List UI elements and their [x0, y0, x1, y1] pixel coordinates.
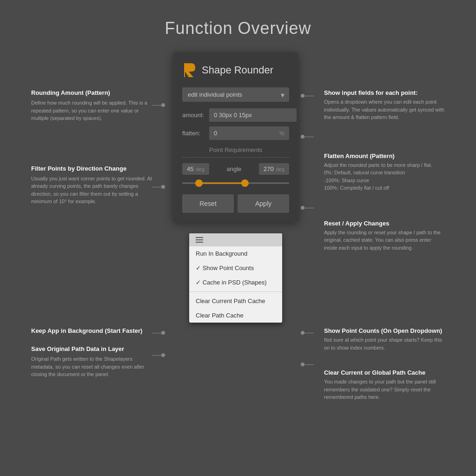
left-annotations: Rounding Amount (Pattern) Define how muc… [31, 52, 152, 323]
annotation-reset-apply-text: Apply the rounding or reset your shape /… [324, 229, 445, 252]
point-req-label: Point Requirements [182, 146, 289, 153]
annotation-save-path: Save Original Path Data in Layer Origina… [31, 345, 152, 378]
angle-left-box[interactable]: 45 deg [182, 163, 209, 175]
angle-section: 45 deg angle 270 deg [182, 163, 289, 188]
angle-label: angle [226, 165, 241, 172]
annotation-filter: Filter Points by Direction Change Usuall… [31, 165, 152, 205]
annotation-rounding: Rounding Amount (Pattern) Define how muc… [31, 89, 152, 122]
flatten-row: flatten: 0 % [182, 126, 289, 140]
main-panel: Shape Rounder edit individual pointsedit… [173, 52, 298, 222]
annotation-show-counts-title: Show Point Counts (On Open Dropdown) [324, 327, 445, 334]
connector-dot-rounding [161, 103, 165, 107]
menu-item-clear-current[interactable]: Clear Current Path Cache [189, 294, 282, 308]
annotation-show-input-title: Show input fields for each point: [324, 89, 445, 96]
annotation-flatten-text: Adjust the rounded parts to be more shar… [324, 161, 445, 192]
annotation-rounding-text: Define how much rounding will be applied… [31, 99, 152, 122]
slider-thumb-right[interactable] [241, 179, 249, 187]
logo-icon [182, 61, 197, 79]
connector-dot-keep-app [161, 331, 165, 335]
hamburger-icon [196, 237, 203, 243]
menu-item-clear-all[interactable]: Clear Path Cache [189, 308, 282, 323]
amount-label: amount: [182, 112, 209, 119]
bottom-left-annotations: Keep App in Background (Start Faster) Sa… [31, 327, 152, 415]
angle-slider[interactable] [182, 178, 289, 188]
annotation-keep-app-title: Keep App in Background (Start Faster) [31, 327, 152, 334]
annotation-reset-apply: Reset / Apply Changes Apply the rounding… [324, 220, 445, 252]
flatten-value: 0 [214, 130, 217, 137]
slider-fill [197, 183, 242, 184]
slider-thumb-left[interactable] [195, 179, 203, 187]
panel-title: Shape Rounder [202, 64, 273, 76]
angle-right-value: 270 [264, 165, 274, 172]
annotation-show-input-text: Opens a dropdown where you can edit each… [324, 98, 445, 121]
connector-dot-flatten [301, 135, 304, 139]
connector-dot-show-fields [301, 94, 304, 98]
context-menu: Run In Background Show Point Counts Cach… [189, 233, 282, 323]
connector-dot-reset-apply [301, 206, 304, 210]
amount-row: amount: [182, 108, 289, 122]
annotation-save-path-text: Original Path gets written to the Shapel… [31, 355, 152, 378]
annotation-save-path-title: Save Original Path Data in Layer [31, 345, 152, 352]
menu-item-cache-psd[interactable]: Cache in PSD (Shapes) [189, 275, 282, 290]
connector-dot-save-path [161, 353, 165, 357]
annotation-keep-app: Keep App in Background (Start Faster) [31, 327, 152, 334]
center-column: Shape Rounder edit individual pointsedit… [171, 52, 301, 323]
connector-dot-filter [161, 185, 165, 189]
annotation-show-input: Show input fields for each point: Opens … [324, 89, 445, 121]
bottom-center-spacer [171, 327, 301, 415]
angle-left-unit: deg [196, 166, 204, 172]
mode-dropdown-wrapper[interactable]: edit individual pointsedit all pointssel… [182, 87, 289, 102]
annotation-flatten-title: Flatten Amount (Pattern) [324, 152, 445, 159]
annotation-show-counts: Show Point Counts (On Open Dropdown) Not… [324, 327, 445, 351]
apply-button[interactable]: Apply [238, 194, 289, 213]
page-title: Function Overview [0, 0, 476, 52]
annotation-clear-cache-title: Clear Current or Global Path Cache [324, 369, 445, 376]
angle-right-unit: deg [276, 166, 284, 172]
right-annotations: Show input fields for each point: Opens … [319, 52, 445, 323]
menu-divider [189, 291, 282, 292]
menu-item-run-background[interactable]: Run In Background [189, 246, 282, 261]
menu-header [189, 233, 282, 246]
annotation-clear-cache: Clear Current or Global Path Cache You m… [324, 369, 445, 401]
angle-row: 45 deg angle 270 deg [182, 163, 289, 175]
angle-right-box[interactable]: 270 deg [259, 163, 289, 175]
divider [182, 157, 289, 158]
annotation-rounding-title: Rounding Amount (Pattern) [31, 89, 152, 96]
flatten-unit: % [279, 130, 284, 137]
annotation-clear-cache-text: You made changes to your path but the pa… [324, 378, 445, 401]
connector-dot-show-counts [301, 331, 304, 335]
flatten-label: flatten: [182, 130, 209, 137]
menu-item-show-counts[interactable]: Show Point Counts [189, 261, 282, 275]
annotation-filter-text: Usually you just want corner points to g… [31, 175, 152, 205]
annotation-reset-apply-title: Reset / Apply Changes [324, 220, 445, 227]
flatten-input-container[interactable]: 0 % [209, 126, 289, 140]
amount-input[interactable] [209, 108, 297, 122]
connector-dot-clear-cache [301, 363, 304, 366]
button-row: Reset Apply [182, 194, 289, 213]
panel-header: Shape Rounder [182, 61, 289, 79]
mode-dropdown[interactable]: edit individual pointsedit all pointssel… [182, 87, 289, 102]
annotation-show-counts-text: Not sure at which point your shape start… [324, 336, 445, 351]
annotation-filter-title: Filter Points by Direction Change [31, 165, 152, 172]
hamburger-line-1 [196, 237, 203, 238]
angle-left-value: 45 [187, 165, 193, 172]
hamburger-line-2 [196, 239, 203, 240]
reset-button[interactable]: Reset [182, 194, 234, 213]
bottom-right-annotations: Show Point Counts (On Open Dropdown) Not… [319, 327, 445, 415]
hamburger-line-3 [196, 242, 203, 243]
annotation-flatten: Flatten Amount (Pattern) Adjust the roun… [324, 152, 445, 192]
